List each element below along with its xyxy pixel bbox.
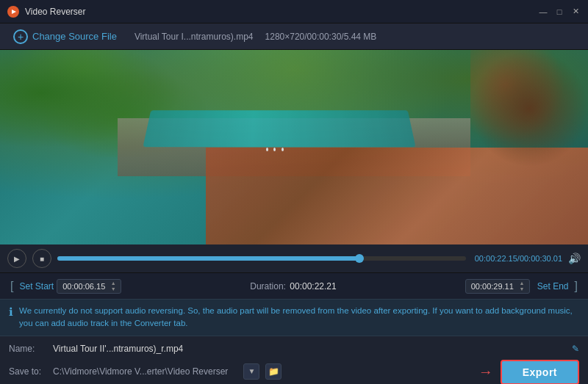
start-time-up[interactable]: ▲ [109,280,118,286]
add-icon: + [13,29,28,44]
close-button[interactable]: ✕ [570,7,581,17]
time-display: 00:00:22.15/00:00:30.01 [475,254,562,263]
start-time-down[interactable]: ▼ [109,286,118,292]
play-button[interactable]: ▶ [7,249,26,268]
change-source-button[interactable]: + Change Source File [7,26,123,47]
bracket-start-button[interactable]: [ [7,280,16,293]
file-name: Virtual Tour I...ntramuros).mp4 [135,32,254,42]
set-start-label[interactable]: Set Start [19,281,54,291]
path-dropdown-button[interactable]: ▼ [243,363,259,380]
browse-folder-button[interactable]: 📁 [265,363,282,380]
end-time-value: 00:00:29.11 [469,280,516,292]
canal-overlay [143,110,415,147]
stop-button[interactable]: ■ [32,249,51,268]
app-icon [7,6,19,18]
start-time-value: 00:00:06.15 [60,280,107,292]
set-end-label[interactable]: Set End [537,281,569,291]
player-controls: ▶ ■ 00:00:22.15/00:00:30.01 🔊 [0,244,588,272]
export-button[interactable]: Export [501,360,579,385]
name-label: Name: [9,344,47,354]
export-btn-container: → Export [478,360,579,385]
info-banner: ℹ We currently do not support audio reve… [0,299,588,336]
title-bar: Video Reverser — □ ✕ [0,0,588,23]
change-source-label: Change Source File [32,31,117,42]
trees-right-overlay [470,50,588,167]
edit-filename-icon[interactable]: ✎ [572,344,579,354]
export-arrow-indicator: → [478,363,493,380]
save-path: C:\Vidmore\Vidmore V...erter\Video Rever… [53,366,237,377]
title-bar-controls: — □ ✕ [538,7,581,17]
progress-thumb [355,254,364,263]
end-time-down[interactable]: ▼ [517,286,526,292]
info-text: We currently do not support audio revers… [19,305,579,330]
start-time-input[interactable]: 00:00:06.15 ▲ ▼ [57,279,121,294]
export-section: Name: Virtual Tour II'...ntramuros)_r.mp… [0,336,588,385]
save-row: Save to: C:\Vidmore\Vidmore V...erter\Vi… [9,358,579,385]
people-indicator [265,143,285,153]
duration-label: Duration: 00:00:22.21 [250,281,336,291]
save-label: Save to: [9,366,47,377]
volume-icon[interactable]: 🔊 [568,253,581,264]
file-info: 1280×720/00:00:30/5.44 MB [265,32,377,42]
end-time-input[interactable]: 00:00:29.11 ▲ ▼ [465,279,530,294]
minimize-button[interactable]: — [538,7,548,17]
trim-controls: [ Set Start 00:00:06.15 ▲ ▼ Duration: 00… [0,272,588,299]
title-bar-left: Video Reverser [7,6,86,18]
selection-range [139,256,359,261]
video-preview[interactable] [0,50,588,244]
progress-bar[interactable] [57,256,466,261]
end-time-spinner[interactable]: ▲ ▼ [517,280,526,292]
maximize-button[interactable]: □ [554,7,564,17]
info-icon: ℹ [9,305,13,319]
app-title: Video Reverser [25,7,86,17]
bracket-end-button[interactable]: ] [572,280,581,293]
end-time-up[interactable]: ▲ [517,280,526,286]
name-row: Name: Virtual Tour II'...ntramuros)_r.mp… [9,344,579,354]
toolbar: + Change Source File Virtual Tour I...nt… [0,23,588,50]
video-scene [0,50,588,244]
export-filename: Virtual Tour II'...ntramuros)_r.mp4 [53,344,566,354]
start-time-spinner[interactable]: ▲ ▼ [109,280,118,292]
